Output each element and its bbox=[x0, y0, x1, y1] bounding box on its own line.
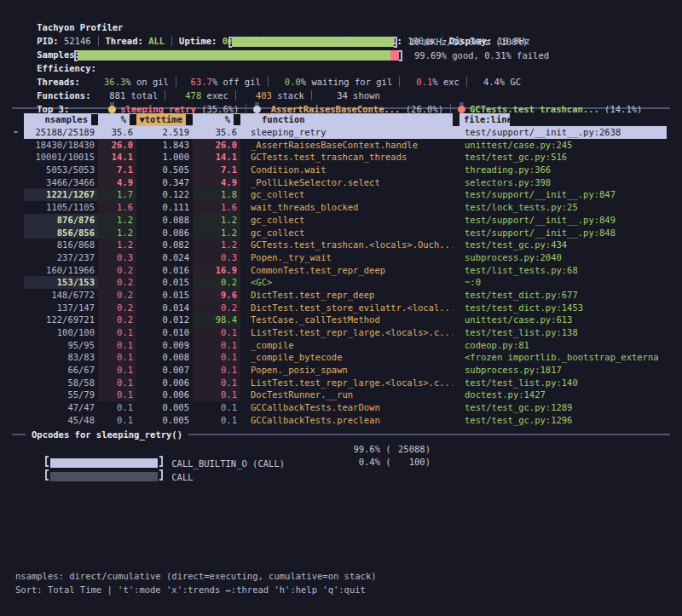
nsamples-cell: 3466/3466 bbox=[24, 176, 98, 189]
cell-gap bbox=[240, 201, 251, 214]
process-info-row: PID: 52146Thread: ALLUptime: 0m07sTime: … bbox=[0, 20, 682, 34]
table-row[interactable]: ► 47/47 0.1 0.005 0.1 GCCallbackTests.te… bbox=[24, 401, 667, 414]
table-row[interactable]: ► 10001/10015 14.1 1.000 14.1 GCTests.te… bbox=[24, 151, 667, 164]
cell-gap bbox=[453, 214, 459, 227]
direct-percent-cell: 0.1 bbox=[98, 364, 136, 377]
cell-gap bbox=[240, 389, 251, 401]
file-line-cell: test/support/__init__.py:848 bbox=[459, 227, 667, 239]
direct-percent-cell: 1.2 bbox=[98, 227, 136, 239]
column-header-cumulative-percent[interactable]: % bbox=[193, 113, 240, 126]
cell-gap bbox=[240, 176, 251, 189]
table-row[interactable]: ► 45/48 0.1 0.005 0.1 GCCallbackTests.pr… bbox=[24, 414, 667, 427]
table-row[interactable]: ► 1221/1267 1.7 0.122 1.8 gc_collect tes… bbox=[24, 188, 667, 201]
function-cell: Popen._posix_spawn bbox=[251, 364, 453, 377]
table-row[interactable]: ► 1105/1105 1.6 0.111 1.6 wait_threads_b… bbox=[24, 201, 667, 214]
profile-table: nsamples % ▼tottime % function file:line… bbox=[24, 113, 667, 427]
function-cell: <GC> bbox=[251, 276, 453, 289]
file-line-cell: selectors.py:398 bbox=[459, 176, 667, 189]
table-row[interactable]: ► 137/147 0.2 0.014 0.2 DictTest.test_st… bbox=[24, 302, 667, 314]
table-row[interactable]: ► 100/100 0.1 0.010 0.1 ListTest.test_re… bbox=[24, 326, 667, 339]
table-row[interactable]: ► 58/58 0.1 0.006 0.1 ListTest.test_repr… bbox=[24, 377, 667, 389]
direct-percent-cell: 0.1 bbox=[98, 401, 136, 414]
column-header-file-line[interactable]: file:line bbox=[459, 113, 510, 126]
nsamples-cell: 83/83 bbox=[24, 351, 98, 364]
tottime-cell: 0.006 bbox=[136, 389, 193, 401]
table-row[interactable]: ► 153/153 0.2 0.015 0.2 <GC> ~:0 bbox=[24, 276, 667, 289]
table-row[interactable]: ► 66/67 0.1 0.007 0.1 Popen._posix_spawn… bbox=[24, 364, 667, 377]
direct-percent-cell: 1.6 bbox=[98, 201, 136, 214]
table-row[interactable]: ► 5053/5053 7.1 0.505 7.1 Condition.wait… bbox=[24, 164, 667, 176]
nsamples-cell: 47/47 bbox=[24, 401, 98, 414]
file-line-cell: test/test_gc.py:516 bbox=[459, 151, 667, 164]
cell-gap bbox=[240, 227, 251, 239]
nsamples-cell: 160/11966 bbox=[24, 264, 98, 277]
efficiency-failed-fill bbox=[390, 50, 399, 60]
function-cell: _AssertRaisesBaseContext.handle bbox=[251, 139, 453, 152]
table-row[interactable]: ► 856/856 1.2 0.086 1.2 gc_collect test/… bbox=[24, 227, 667, 239]
table-row[interactable]: ► 3466/3466 4.9 0.347 4.9 _PollLikeSelec… bbox=[24, 176, 667, 189]
cell-gap bbox=[240, 326, 251, 339]
nsamples-cell: 876/876 bbox=[24, 214, 98, 227]
cell-gap bbox=[453, 276, 459, 289]
cell-gap bbox=[453, 351, 459, 364]
function-cell: CommonTest.test_repr_deep bbox=[251, 264, 453, 277]
tottime-cell: 0.005 bbox=[136, 401, 193, 414]
table-row[interactable]: ► 237/237 0.3 0.024 0.3 Popen._try_wait … bbox=[24, 251, 667, 264]
table-row[interactable]: ► 95/95 0.1 0.009 0.1 _compile codeop.py… bbox=[24, 339, 667, 352]
table-row[interactable]: ► 148/6772 0.2 0.015 9.6 DictTest.test_r… bbox=[24, 289, 667, 302]
tottime-cell: 1.843 bbox=[136, 139, 193, 152]
cell-gap bbox=[240, 139, 251, 152]
direct-percent-cell: 0.1 bbox=[98, 414, 136, 427]
nsamples-cell: 137/147 bbox=[24, 302, 98, 314]
cell-gap bbox=[240, 401, 251, 414]
table-row[interactable]: ► 816/868 1.2 0.082 1.2 GCTests.test_tra… bbox=[24, 239, 667, 251]
column-header-tottime-sorted[interactable]: ▼tottime bbox=[136, 113, 193, 126]
column-header-direct-percent[interactable]: % bbox=[98, 113, 136, 126]
column-header-function[interactable]: function bbox=[251, 113, 453, 126]
table-body: ► 25188/25189 35.6 2.519 35.6 sleeping_r… bbox=[24, 126, 667, 427]
table-row[interactable]: ► 83/83 0.1 0.008 0.1 _compile_bytecode … bbox=[24, 351, 667, 364]
cell-gap bbox=[240, 289, 251, 302]
cell-gap bbox=[453, 289, 459, 302]
file-line-cell: test/test_list.py:140 bbox=[459, 377, 667, 389]
file-line-cell: codeop.py:81 bbox=[459, 339, 667, 352]
file-line-cell: test/test_gc.py:1296 bbox=[459, 414, 667, 427]
table-row[interactable]: ► 18430/18430 26.0 1.843 26.0 _AssertRai… bbox=[24, 139, 667, 152]
file-line-cell: test/support/__init__.py:2638 bbox=[459, 126, 667, 139]
function-cell: wait_threads_blocked bbox=[251, 201, 453, 214]
table-row[interactable]: ► 160/11966 0.2 0.016 16.9 CommonTest.te… bbox=[24, 264, 667, 277]
efficiency-row: Efficiency: 99.69% good, 0.31% failed bbox=[0, 48, 682, 61]
file-line-cell: test/test_dict.py:1453 bbox=[459, 302, 667, 314]
tottime-cell: 0.086 bbox=[136, 227, 193, 239]
bronze-medal-icon bbox=[458, 106, 465, 113]
direct-percent-cell: 1.2 bbox=[98, 214, 136, 227]
nsamples-cell: 856/856 bbox=[24, 227, 98, 239]
opcode-stats: 99.6% (25088) bbox=[344, 443, 431, 457]
table-row[interactable]: ► 25188/25189 35.6 2.519 35.6 sleeping_r… bbox=[24, 126, 667, 139]
table-row[interactable]: ► 55/79 0.1 0.006 0.1 DocTestRunner.__ru… bbox=[24, 389, 667, 401]
column-header-nsamples[interactable]: nsamples bbox=[24, 113, 98, 126]
cell-gap bbox=[240, 151, 251, 164]
table-row[interactable]: ► 876/876 1.2 0.088 1.2 gc_collect test/… bbox=[24, 214, 667, 227]
table-row[interactable]: ► 122/69721 0.2 0.012 98.4 TestCase._cal… bbox=[24, 314, 667, 326]
nsamples-cell: 816/868 bbox=[24, 239, 98, 251]
direct-percent-cell: 0.3 bbox=[98, 251, 136, 264]
cell-gap bbox=[240, 264, 251, 277]
tottime-cell: 0.014 bbox=[136, 302, 193, 314]
bracket-close bbox=[394, 37, 397, 48]
nsamples-cell: 1221/1267 bbox=[24, 188, 98, 201]
cumulative-percent-cell: 0.1 bbox=[193, 326, 240, 339]
efficiency-text: 99.69% good, 0.31% failed bbox=[414, 49, 549, 62]
direct-percent-cell: 0.1 bbox=[98, 377, 136, 389]
header-filler bbox=[510, 113, 667, 126]
tottime-cell: 0.024 bbox=[136, 251, 193, 264]
function-cell: Popen._try_wait bbox=[251, 251, 453, 264]
silver-medal-icon bbox=[253, 106, 261, 113]
file-line-cell: test/test_list.py:138 bbox=[459, 326, 667, 339]
cumulative-percent-cell: 0.1 bbox=[193, 389, 240, 401]
tottime-cell: 1.000 bbox=[136, 151, 193, 164]
direct-percent-cell: 4.9 bbox=[98, 176, 136, 189]
cell-gap bbox=[240, 377, 251, 389]
bracket-close bbox=[399, 50, 402, 61]
function-cell: gc_collect bbox=[251, 188, 453, 201]
